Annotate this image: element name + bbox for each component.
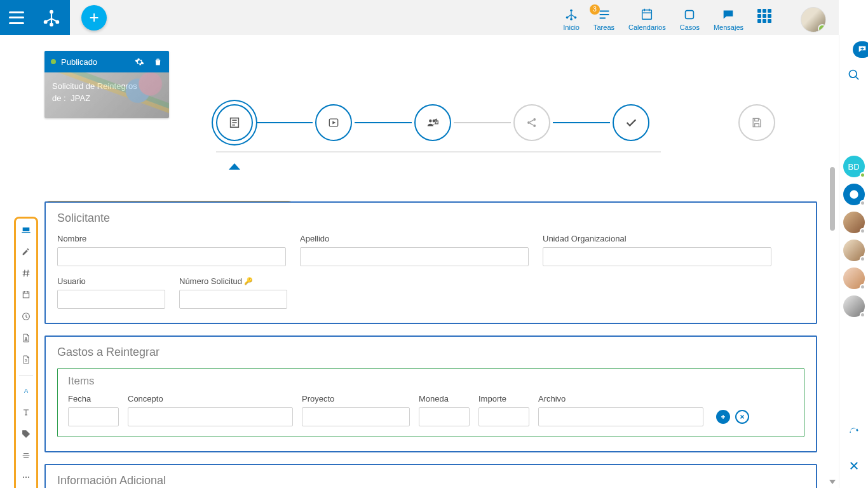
input-usuario[interactable] — [57, 290, 165, 309]
active-step-caret-icon — [229, 163, 240, 170]
nav-tareas[interactable]: 3 Tareas — [593, 7, 614, 31]
wizard-stepper — [216, 91, 788, 154]
input-nombre[interactable] — [57, 247, 286, 266]
process-author: de : JPAZ — [52, 93, 161, 103]
presence-avatar-3[interactable] — [843, 212, 865, 233]
field-nombre: Nombre — [57, 234, 286, 266]
input-importe[interactable] — [478, 407, 529, 426]
presence-avatar-bd[interactable]: BD — [843, 156, 865, 177]
right-rail: BD — [839, 35, 868, 488]
rail-search-button[interactable] — [843, 64, 865, 86]
rail-close-button[interactable] — [843, 455, 865, 477]
presence-avatar-4[interactable] — [843, 240, 865, 261]
trash-icon[interactable] — [153, 57, 163, 67]
scrollbar-thumb[interactable] — [830, 167, 835, 231]
input-numero-solicitud[interactable] — [179, 290, 287, 309]
field-label: Usuario — [57, 276, 165, 286]
svg-point-20 — [25, 477, 27, 478]
palette-clock-icon[interactable] — [20, 310, 32, 323]
nav-mensajes[interactable]: Mensajes — [714, 7, 743, 31]
svg-point-19 — [23, 477, 24, 478]
palette-file-user-icon[interactable] — [20, 332, 32, 344]
process-card[interactable]: Publicado Solicitud de Reintegros de : J… — [44, 51, 169, 118]
palette-more-icon[interactable] — [20, 471, 32, 484]
presence-avatar-5[interactable] — [843, 268, 865, 289]
field-label: Moneda — [419, 394, 470, 403]
svg-point-0 — [50, 10, 53, 13]
subgroup-items[interactable]: Items Fecha Concepto Proyecto — [57, 368, 804, 437]
brand-block — [0, 0, 70, 35]
field-palette: $ A — [14, 217, 38, 488]
process-title: Solicitud de Reintegros — [52, 81, 161, 91]
field-concepto: Concepto — [128, 394, 293, 426]
palette-separator — [19, 375, 33, 376]
palette-laptop-icon[interactable] — [20, 224, 32, 236]
rail-new-message-button[interactable] — [853, 41, 868, 58]
field-label: Archivo — [538, 394, 703, 403]
current-user-avatar[interactable] — [801, 7, 826, 32]
palette-aa-icon[interactable]: A — [20, 384, 32, 397]
step-confirm[interactable] — [613, 104, 649, 141]
field-unidad: Unidad Organizacional — [543, 234, 771, 266]
rail-refresh-button[interactable] — [843, 422, 865, 444]
step-save[interactable] — [738, 104, 775, 141]
step-share[interactable] — [513, 104, 550, 141]
palette-align-icon[interactable] — [20, 449, 32, 462]
input-concepto[interactable] — [128, 407, 293, 426]
input-apellido[interactable] — [300, 247, 529, 266]
field-label: Fecha — [68, 394, 119, 403]
top-nav: Inicio 3 Tareas Calendarios Casos Mens — [563, 3, 839, 32]
input-archivo[interactable] — [538, 407, 703, 426]
section-info-adicional[interactable]: Información Adicional Observaciones — [44, 464, 817, 488]
process-card-body: Solicitud de Reintegros de : JPAZ — [44, 72, 169, 118]
presence-avatar-2[interactable] — [843, 184, 865, 205]
nav-apps[interactable] — [757, 7, 771, 23]
nav-calendarios[interactable]: Calendarios — [628, 7, 666, 31]
field-archivo: Archivo — [538, 394, 703, 426]
input-fecha[interactable] — [68, 407, 119, 426]
palette-hash-icon[interactable] — [20, 267, 32, 280]
section-gastos[interactable]: Gastos a Reintegrar Items Fecha Concepto… — [44, 336, 817, 452]
field-label: Nombre — [57, 234, 286, 243]
menu-icon[interactable] — [9, 11, 24, 24]
field-label: Proyecto — [302, 394, 410, 403]
step-form[interactable] — [216, 104, 253, 141]
palette-file-money-icon[interactable]: $ — [20, 353, 32, 366]
step-preview[interactable] — [315, 104, 352, 141]
row-add-button[interactable] — [716, 410, 730, 424]
gear-icon[interactable] — [135, 57, 144, 67]
section-title: Gastos a Reintegrar — [57, 346, 804, 359]
field-label: Importe — [478, 394, 529, 403]
nav-casos[interactable]: Casos — [680, 7, 700, 31]
input-proyecto[interactable] — [302, 407, 410, 426]
tareas-badge: 3 — [590, 4, 600, 15]
palette-tag-icon[interactable] — [20, 428, 32, 440]
svg-point-12 — [527, 121, 530, 124]
presence-avatar-6[interactable] — [843, 295, 865, 317]
field-importe: Importe — [478, 394, 529, 426]
content-area: Publicado Solicitud de Reintegros de : J… — [0, 35, 839, 488]
svg-point-16 — [25, 337, 27, 339]
section-title: Solicitante — [57, 212, 804, 225]
add-button[interactable]: + — [81, 5, 107, 30]
row-remove-button[interactable] — [735, 410, 749, 424]
form-canvas: Solicitante Nombre Apellido Unidad Organ… — [44, 201, 817, 488]
section-solicitante[interactable]: Solicitante Nombre Apellido Unidad Organ… — [44, 201, 817, 324]
home-icon — [564, 7, 579, 22]
nav-inicio[interactable]: Inicio — [563, 7, 580, 31]
palette-text-icon[interactable] — [20, 406, 32, 419]
status-dot-icon — [51, 59, 56, 64]
scrollbar-down-caret-icon[interactable] — [829, 480, 836, 484]
palette-edit-icon[interactable] — [20, 245, 32, 258]
nav-label: Tareas — [593, 24, 614, 31]
app-logo — [41, 8, 62, 28]
presence-initials: BD — [848, 162, 859, 172]
field-fecha: Fecha — [68, 394, 119, 426]
calendar-icon — [639, 7, 654, 22]
input-moneda[interactable] — [419, 407, 470, 426]
input-unidad[interactable] — [543, 247, 771, 266]
nav-label: Mensajes — [714, 24, 743, 31]
step-permissions[interactable] — [414, 104, 451, 141]
field-label: Unidad Organizacional — [543, 234, 771, 243]
palette-calendar-icon[interactable] — [20, 288, 32, 301]
